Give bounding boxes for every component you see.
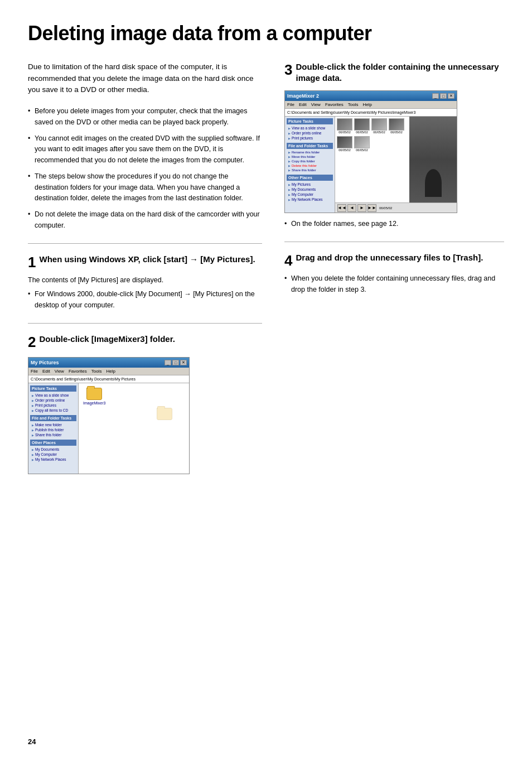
sidebar-section-pictures: Picture Tasks [30, 385, 76, 392]
sidebar-copy-cd: Copy all items to CD [30, 408, 76, 413]
step-2-screenshot: My Pictures _ □ ✕ File Edit View Favorit… [28, 357, 190, 474]
bullet-4: Do not delete the image data on the hard… [28, 209, 262, 231]
step-3-screenshot: ImageMixer 2 _ □ ✕ File Edit View Favori… [284, 90, 457, 213]
thumb-2: 06/05/02 [354, 118, 370, 134]
menu-favorites-2: Favorites [69, 369, 87, 374]
win-close-3: ✕ [448, 93, 454, 99]
page-title: Deleting image data from a computer [28, 22, 504, 45]
bullet-3: The steps below show the procedures if y… [28, 171, 262, 204]
step3-sidebar: Picture Tasks View as a slide show Order… [285, 117, 335, 213]
menu-view-3: View [311, 102, 321, 107]
address-text-3: C:\Documents and Settings\user\My Docume… [287, 110, 415, 114]
step3-section-1: Picture Tasks [287, 118, 333, 124]
menu-edit-3: Edit [299, 102, 307, 107]
sidebar-section-other: Other Places [30, 440, 76, 446]
thumb-6: 06/05/02 [354, 136, 370, 152]
step-1-sub-1: For Windows 2000, double-click [My Docum… [28, 289, 262, 311]
step-2-header: 2 Double-click [ImageMixer3] folder. [28, 334, 262, 349]
nav-first[interactable]: ◄◄ [337, 204, 346, 212]
menu-edit-2: Edit [42, 369, 50, 374]
menu-help-3: Help [362, 102, 371, 107]
step-3-number: 3 [284, 62, 292, 77]
bullet-2: You cannot edit images on the created DV… [28, 133, 262, 166]
step-4-title: Drag and drop the unnecessary files to [… [296, 252, 483, 263]
step-1-title: When using Windows XP, click [start] → [… [39, 254, 255, 265]
step3-item-7: Delete this folder [287, 163, 333, 168]
sidebar-print: Print pictures [30, 403, 76, 408]
right-column: 3 Double-click the folder containing the… [284, 61, 504, 475]
step3-top-area: 06/05/02 06/05/02 [335, 117, 457, 202]
win-sidebar-2: Picture Tasks View as a slide show Order… [28, 383, 79, 474]
thumb-3: 06/05/02 [371, 118, 387, 134]
win-minimize-3: _ [432, 93, 439, 99]
step-4-header: 4 Drag and drop the unnecessary files to… [284, 252, 504, 268]
win-menubar-2: File Edit View Favorites Tools Help [28, 368, 189, 375]
step-1-header: 1 When using Windows XP, click [start] →… [28, 254, 262, 269]
bullet-1: Before you delete images from your compu… [28, 106, 262, 128]
menu-favorites-3: Favorites [325, 102, 344, 107]
sidebar-section-folder: File and Folder Tasks [30, 415, 76, 421]
step3-item-3: Print pictures [287, 136, 333, 141]
address-text-2: C:\Documents and Settings\user\My Docume… [31, 377, 136, 381]
page-number: 24 [28, 737, 36, 746]
step3-item-8: Share this folder [287, 168, 333, 172]
nav-bar: ◄◄ ◄ ► ►► 06/05/02 [335, 202, 457, 213]
menu-tools-2: Tools [91, 369, 102, 374]
win-menubar-3: File Edit View Favorites Tools Help [285, 101, 457, 109]
divider-3 [284, 242, 504, 242]
menu-tools-3: Tools [348, 102, 359, 107]
sidebar-my-docs: My Documents [30, 447, 76, 452]
menu-view-2: View [55, 369, 64, 374]
step3-section-2: File and Folder Tasks [287, 143, 333, 149]
win-titlebar-2: My Pictures _ □ ✕ [28, 358, 189, 368]
win-addressbar-3: C:\Documents and Settings\user\My Docume… [285, 109, 457, 117]
win-btns-2: _ □ ✕ [165, 360, 187, 365]
dragging-folder-img [157, 408, 172, 420]
menu-file-3: File [287, 102, 294, 107]
win-btns-3: _ □ ✕ [432, 93, 454, 99]
step3-item-2: Order prints online [287, 131, 333, 136]
step-2-title: Double-click [ImageMixer3] folder. [39, 334, 175, 345]
left-column: Due to limitation of the hard disk space… [28, 61, 262, 475]
nav-prev[interactable]: ◄ [347, 204, 356, 212]
photo-bg [409, 117, 457, 202]
win-title-text-3: ImageMixer 2 [287, 93, 319, 99]
imagemixer-folder: ImageMixer3 [83, 388, 105, 405]
thumbnails-grid: 06/05/02 06/05/02 [335, 117, 409, 202]
sidebar-view-slideshow: View as a slide show [30, 393, 76, 398]
step3-main: 06/05/02 06/05/02 [335, 117, 457, 213]
folder-label-text: ImageMixer3 [83, 401, 105, 405]
win-minimize-2: _ [165, 360, 171, 365]
dragging-folder [157, 408, 172, 420]
win-maximize-3: □ [440, 93, 447, 99]
sidebar-my-network: My Network Places [30, 457, 76, 462]
large-photo-preview [409, 117, 457, 202]
step-1-body-text: The contents of [My Pictures] are displa… [28, 276, 163, 284]
win-maximize-2: □ [172, 360, 179, 365]
step3-place-4: My Network Places [287, 197, 333, 202]
step-4-body: When you delete the folder containing un… [284, 273, 504, 295]
step-4-sub-1: When you delete the folder containing un… [284, 273, 504, 295]
win-main-2: ImageMixer3 [79, 383, 189, 474]
intro-paragraph: Due to limitation of the hard disk space… [28, 61, 262, 97]
step-3-header: 3 Double-click the folder containing the… [284, 61, 504, 84]
step3-item-1: View as a slide show [287, 126, 333, 131]
step-1-body: The contents of [My Pictures] are displa… [28, 275, 262, 311]
win-addressbar-2: C:\Documents and Settings\user\My Docume… [28, 375, 189, 383]
step-3-sub-1: On the folder names, see page 12. [284, 219, 504, 229]
intro-bullets: Before you delete images from your compu… [28, 106, 262, 231]
sidebar-share: Share this folder [30, 432, 76, 437]
step3-place-3: My Computer [287, 192, 333, 197]
step3-place-2: My Documents [287, 187, 333, 192]
step3-place-1: My Pictures [287, 182, 333, 187]
step3-item-5: Move this folder [287, 155, 333, 159]
step3-section-3: Other Places [287, 175, 333, 181]
thumb-row-2: 06/05/02 06/05/02 [337, 136, 408, 152]
menu-file-2: File [31, 369, 38, 374]
step-4-number: 4 [284, 253, 292, 268]
nav-next[interactable]: ► [357, 204, 366, 212]
step-3-note: On the folder names, see page 12. [284, 219, 504, 229]
nav-last[interactable]: ►► [367, 204, 376, 212]
divider-1 [28, 243, 262, 244]
win-close-2: ✕ [180, 360, 187, 365]
